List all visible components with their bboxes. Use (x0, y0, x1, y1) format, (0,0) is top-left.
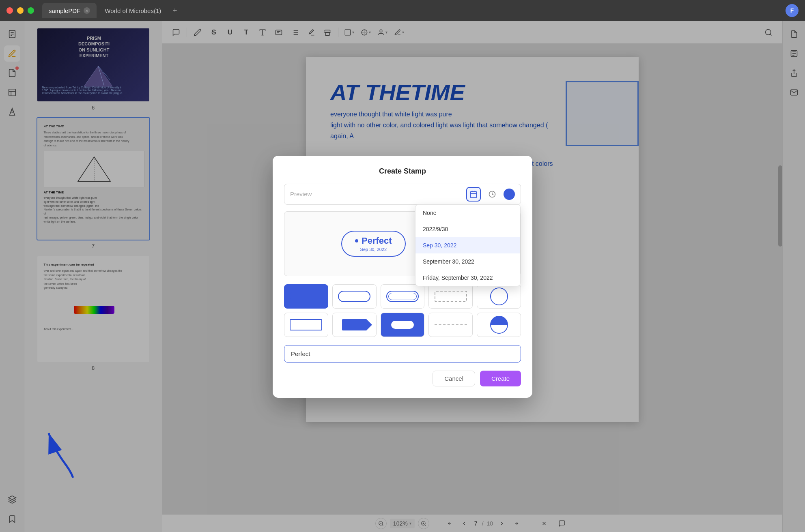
date-format-dropdown: None 2022/9/30 Sep 30, 2022 September 30… (415, 204, 521, 286)
date-option-numeric[interactable]: 2022/9/30 (415, 221, 520, 237)
calendar-toggle-btn[interactable] (466, 187, 481, 202)
stamp-shapes-grid (284, 284, 521, 337)
date-option-medium[interactable]: September 30, 2022 (415, 253, 520, 270)
stamp-shape-half-circle[interactable] (477, 313, 521, 337)
stamp-shape-outline-pill[interactable] (332, 284, 377, 309)
add-tab-button[interactable]: + (169, 5, 181, 16)
titlebar: samplePDF ✕ World of Microbes(1) + F (0, 0, 805, 21)
close-button[interactable] (6, 7, 13, 14)
stamp-shape-dotted-line[interactable] (428, 313, 473, 337)
tab-samplepdf-label: samplePDF (49, 7, 80, 14)
stamp-date-text: Sep 30, 2022 (360, 247, 387, 252)
stamp-shape-dotted-rect[interactable] (428, 284, 473, 309)
modal-actions: Cancel Create (284, 371, 521, 386)
preview-bar: Preview None 2022/9/30 S (284, 184, 521, 205)
modal-title: Create Stamp (284, 167, 521, 176)
tab-microbes[interactable]: World of Microbes(1) (98, 3, 168, 18)
date-option-short[interactable]: Sep 30, 2022 (415, 237, 520, 253)
stamp-dot-icon (355, 239, 358, 242)
arrow-pointer-icon (41, 425, 81, 483)
maximize-button[interactable] (28, 7, 34, 14)
modal-overlay: Create Stamp Preview No (0, 21, 805, 532)
date-option-long[interactable]: Friday, September 30, 2022 (415, 270, 520, 286)
svg-rect-47 (471, 191, 477, 197)
stamp-shape-circle-outline[interactable] (477, 284, 521, 309)
cancel-button[interactable]: Cancel (433, 371, 475, 386)
tab-microbes-label: World of Microbes(1) (105, 7, 161, 14)
tabs-bar: samplePDF ✕ World of Microbes(1) + (42, 3, 786, 18)
stamp-preview-item: Perfect Sep 30, 2022 (341, 231, 406, 257)
stamp-shape-filled-pill[interactable] (284, 284, 328, 309)
stamp-shape-rect-outline[interactable] (284, 313, 328, 337)
preview-label: Preview (290, 191, 462, 197)
date-option-none[interactable]: None (415, 205, 520, 221)
stamp-shape-filled-arrow[interactable] (381, 313, 425, 337)
stamp-preview-text: Perfect (355, 236, 392, 246)
color-picker-btn[interactable] (504, 189, 515, 200)
traffic-lights (6, 7, 34, 14)
stamp-text-input[interactable] (284, 345, 521, 363)
create-stamp-modal: Create Stamp Preview No (273, 156, 532, 398)
create-button[interactable]: Create (480, 371, 521, 386)
minimize-button[interactable] (17, 7, 24, 14)
stamp-shape-arrow-right[interactable] (332, 313, 377, 337)
stamp-shape-double-pill[interactable] (381, 284, 425, 309)
tab-samplepdf[interactable]: samplePDF ✕ (42, 3, 97, 18)
tab-close-samplepdf[interactable]: ✕ (84, 7, 90, 14)
user-avatar[interactable]: F (786, 4, 799, 17)
clock-toggle-btn[interactable] (485, 187, 499, 202)
